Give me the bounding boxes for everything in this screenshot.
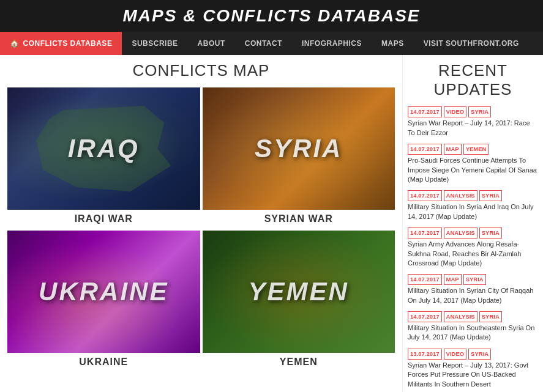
update-text-0: Syrian War Report – July 14, 2017: Race … (408, 119, 538, 138)
syria-caption: SYRIAN WAR (203, 210, 395, 228)
update-text-2: Military Situation In Syria And Iraq On … (408, 202, 538, 221)
tag-4-1[interactable]: SYRIA (463, 274, 486, 285)
tag-2-1[interactable]: SYRIA (479, 190, 502, 201)
map-thumb-syria: SYRIA (203, 87, 395, 210)
home-icon: 🏠 (10, 39, 20, 48)
updates-container: 14.07.2017VIDEOSYRIASyrian War Report – … (408, 106, 538, 392)
date-tag-4[interactable]: 14.07.2017 (408, 274, 442, 285)
map-thumb-iraq: IRAQ (7, 87, 200, 210)
main-container: CONFLICTS MAP IRAQ IRAQI WAR SYRIA SYRIA… (0, 55, 543, 392)
tag-2-0[interactable]: ANALYSIS (444, 190, 477, 201)
update-item-5: 14.07.2017ANALYSISSYRIAMilitary Situatio… (408, 311, 538, 342)
iraq-caption: IRAQI WAR (7, 210, 200, 228)
site-header: MAPS & CONFLICTS DATABASE (0, 0, 543, 32)
nav-item-conflicts-database[interactable]: 🏠 CONFLICTS DATABASE (0, 32, 122, 55)
nav-item-contact[interactable]: CONTACT (235, 32, 292, 55)
tag-1-0[interactable]: MAP (444, 144, 462, 155)
nav-item-maps[interactable]: MAPS (372, 32, 414, 55)
tag-5-1[interactable]: SYRIA (479, 311, 502, 322)
tag-3-0[interactable]: ANALYSIS (444, 227, 477, 239)
ukraine-label: UKRAINE (7, 231, 200, 353)
update-text-4: Military Situation In Syrian City Of Raq… (408, 286, 538, 305)
update-tags-6: 13.07.2017VIDEOSYRIA (408, 349, 538, 360)
date-tag-0[interactable]: 14.07.2017 (408, 106, 442, 117)
iraq-label: IRAQ (7, 87, 200, 210)
map-item-syria[interactable]: SYRIA SYRIAN WAR (203, 87, 395, 228)
yemen-caption: YEMEN (203, 353, 395, 371)
update-item-0: 14.07.2017VIDEOSYRIASyrian War Report – … (408, 106, 538, 138)
tag-4-0[interactable]: MAP (444, 274, 462, 285)
update-text-3: Syrian Army Advances Along Resafa-Sukhna… (408, 240, 538, 268)
map-item-yemen[interactable]: YEMEN YEMEN (203, 231, 395, 371)
update-text-5: Military Situation In Southeastern Syria… (408, 324, 538, 342)
nav-item-subscribe[interactable]: SUBSCRIBE (122, 32, 187, 55)
syria-label: SYRIA (203, 87, 395, 210)
update-text-1: Pro-Saudi Forces Continue Attempts To Im… (408, 156, 538, 184)
maps-grid: IRAQ IRAQI WAR SYRIA SYRIAN WAR UKRAINE … (7, 87, 395, 371)
update-tags-5: 14.07.2017ANALYSISSYRIA (408, 311, 538, 322)
sidebar-title: RECENT UPDATES (408, 61, 538, 99)
update-tags-1: 14.07.2017MAPYEMEN (408, 144, 538, 155)
update-item-4: 14.07.2017MAPSYRIAMilitary Situation In … (408, 274, 538, 305)
tag-1-1[interactable]: YEMEN (463, 144, 489, 155)
update-tags-4: 14.07.2017MAPSYRIA (408, 274, 538, 285)
sidebar: RECENT UPDATES 14.07.2017VIDEOSYRIASyria… (402, 55, 543, 392)
map-thumb-ukraine: UKRAINE (7, 231, 200, 353)
yemen-label: YEMEN (203, 231, 395, 353)
tag-0-1[interactable]: SYRIA (468, 106, 491, 117)
nav-bar: 🏠 CONFLICTS DATABASE SUBSCRIBE ABOUT CON… (0, 32, 543, 55)
update-tags-2: 14.07.2017ANALYSISSYRIA (408, 190, 538, 201)
ukraine-caption: UKRAINE (7, 353, 200, 371)
tag-6-0[interactable]: VIDEO (444, 349, 467, 360)
update-tags-0: 14.07.2017VIDEOSYRIA (408, 106, 538, 117)
date-tag-6[interactable]: 13.07.2017 (408, 349, 442, 360)
date-tag-1[interactable]: 14.07.2017 (408, 144, 442, 155)
update-item-1: 14.07.2017MAPYEMENPro-Saudi Forces Conti… (408, 144, 538, 184)
nav-item-southfront[interactable]: VISIT SOUTHFRONT.ORG (414, 32, 529, 55)
tag-6-1[interactable]: SYRIA (468, 349, 491, 360)
section-title: CONFLICTS MAP (7, 61, 395, 80)
nav-item-infographics[interactable]: INFOGRAPHICS (292, 32, 372, 55)
nav-item-about[interactable]: ABOUT (188, 32, 235, 55)
date-tag-2[interactable]: 14.07.2017 (408, 190, 442, 201)
update-item-2: 14.07.2017ANALYSISSYRIAMilitary Situatio… (408, 190, 538, 221)
map-thumb-yemen: YEMEN (203, 231, 395, 353)
tag-3-1[interactable]: SYRIA (479, 227, 502, 239)
content-area: CONFLICTS MAP IRAQ IRAQI WAR SYRIA SYRIA… (0, 55, 402, 392)
update-text-6: Syrian War Report – July 13, 2017: Govt … (408, 361, 538, 389)
tag-0-0[interactable]: VIDEO (444, 106, 467, 117)
map-item-ukraine[interactable]: UKRAINE UKRAINE (7, 231, 200, 371)
date-tag-5[interactable]: 14.07.2017 (408, 311, 442, 322)
map-item-iraq[interactable]: IRAQ IRAQI WAR (7, 87, 200, 228)
update-item-6: 13.07.2017VIDEOSYRIASyrian War Report – … (408, 349, 538, 389)
site-title: MAPS & CONFLICTS DATABASE (122, 6, 420, 25)
update-tags-3: 14.07.2017ANALYSISSYRIA (408, 227, 538, 239)
tag-5-0[interactable]: ANALYSIS (444, 311, 477, 322)
date-tag-3[interactable]: 14.07.2017 (408, 227, 442, 239)
update-item-3: 14.07.2017ANALYSISSYRIASyrian Army Advan… (408, 227, 538, 268)
